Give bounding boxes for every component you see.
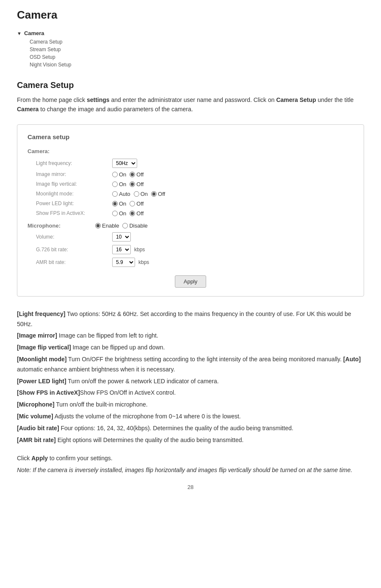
moonlight-on-label[interactable]: On [134, 191, 148, 197]
note-italic-text: Note: If the camera is inversely install… [17, 465, 364, 475]
light-frequency-label: Light frequency: [36, 160, 112, 166]
power-led-on-text: On [119, 201, 126, 207]
desc-if-bold: [Image flip vertical] [17, 344, 71, 351]
microphone-label: Microphone: [28, 223, 95, 229]
moonlight-auto-radio[interactable] [112, 191, 118, 197]
image-flip-off-radio[interactable] [130, 181, 135, 187]
microphone-controls: Enable Disable [95, 223, 148, 229]
image-flip-controls: On Off [112, 181, 144, 187]
moonlight-auto-label[interactable]: Auto [112, 191, 130, 197]
apply-row: Apply [28, 275, 353, 288]
show-fps-label: Show FPS in ActiveX: [36, 210, 112, 216]
desc-image-flip: [Image flip vertical] Image can be flipp… [17, 343, 364, 353]
sidebar-item-camera-setup[interactable]: Camera Setup [30, 39, 364, 45]
page-number: 28 [17, 484, 364, 490]
microphone-enable-label[interactable]: Enable [95, 223, 119, 229]
click-apply-text: Click Apply to confirm your settings. [17, 453, 364, 464]
image-mirror-on-radio[interactable] [112, 172, 118, 177]
show-fps-on-text: On [119, 210, 126, 217]
power-led-controls: On Off [112, 201, 144, 207]
power-led-row: Power LED light: On Off [28, 201, 353, 207]
desc-im-text: Image can be flipped from left to right. [57, 332, 158, 339]
intro-part1: From the home page click [17, 96, 87, 103]
microphone-section: Microphone: Enable Disable Volume: 10 01… [28, 223, 353, 267]
sidebar-nav: ▼ Camera Camera Setup Stream Setup OSD S… [17, 30, 364, 68]
sidebar-parent: ▼ Camera [17, 30, 364, 36]
amr-select[interactable]: 5.94.755.156.7 7.47.9510.212.2 [112, 258, 135, 267]
desc-ab-text: Four options: 16, 24, 32, 40(kbps). Dete… [59, 425, 293, 431]
sidebar-item-osd-setup[interactable]: OSD Setup [30, 54, 364, 60]
amr-label: AMR bit rate: [36, 259, 112, 265]
power-led-label: Power LED light: [36, 201, 112, 206]
intro-bold3: Camera [17, 106, 39, 113]
desc-sf-bold: [Show FPS in ActiveX] [17, 389, 80, 396]
microphone-enable-text: Enable [102, 223, 119, 229]
power-led-off-label[interactable]: Off [130, 201, 144, 207]
image-mirror-controls: On Off [112, 171, 144, 178]
image-mirror-on-label[interactable]: On [112, 171, 126, 178]
image-mirror-off-radio[interactable] [130, 172, 135, 177]
desc-lf-text: Two options: 50Hz & 60Hz. Set according … [17, 310, 351, 327]
desc-mic-bold: [Microphone] [17, 401, 55, 408]
power-led-off-radio[interactable] [130, 201, 135, 206]
light-frequency-controls: 50Hz 60Hz [112, 159, 137, 168]
g726-label: G.726 bit rate: [36, 247, 112, 253]
desc-moonlight: [Moonlight mode] Turn On/OFF the brightn… [17, 354, 364, 375]
show-fps-off-radio[interactable] [130, 211, 135, 216]
moonlight-on-radio[interactable] [134, 191, 139, 197]
sidebar-parent-label: Camera [24, 30, 44, 36]
microphone-disable-label[interactable]: Disable [122, 223, 147, 229]
light-frequency-select[interactable]: 50Hz 60Hz [112, 159, 137, 168]
power-led-on-radio[interactable] [112, 201, 118, 206]
desc-mv-text: Adjusts the volume of the microphone fro… [53, 413, 241, 420]
image-flip-off-label[interactable]: Off [130, 181, 144, 187]
image-mirror-row: Image mirror: On Off [28, 171, 353, 178]
volume-row: Volume: 10 0123 4567 891112 1314 [28, 232, 353, 242]
desc-ml-text: Turn On/OFF the brightness setting accor… [17, 356, 361, 373]
page-title: Camera [17, 8, 364, 22]
note-section: Click Apply to confirm your settings. No… [17, 453, 364, 475]
desc-pl-bold: [Power LED light] [17, 378, 66, 385]
power-led-on-label[interactable]: On [112, 201, 126, 207]
microphone-disable-radio[interactable] [122, 223, 128, 228]
image-flip-row: Image flip vertical: On Off [28, 181, 353, 187]
volume-select[interactable]: 10 0123 4567 891112 1314 [112, 232, 131, 242]
show-fps-off-text: Off [136, 210, 144, 217]
moonlight-auto-text: Auto [119, 191, 130, 197]
microphone-enable-radio[interactable] [95, 223, 101, 228]
image-mirror-off-label[interactable]: Off [130, 171, 144, 178]
moonlight-off-label[interactable]: Off [151, 191, 165, 197]
desc-microphone: [Microphone] Turn on/off the built-in mi… [17, 400, 364, 410]
desc-ml-bold: [Moonlight mode] [17, 356, 66, 363]
show-fps-on-label[interactable]: On [112, 210, 126, 217]
g726-select[interactable]: 16243240 [112, 245, 131, 254]
show-fps-off-label[interactable]: Off [130, 210, 144, 217]
desc-im-bold: [Image mirror] [17, 332, 57, 339]
click-apply-bold: Apply [31, 455, 48, 462]
moonlight-controls: Auto On Off [112, 191, 165, 197]
show-fps-controls: On Off [112, 210, 144, 217]
desc-image-mirror: [Image mirror] Image can be flipped from… [17, 331, 364, 341]
intro-paragraph: From the home page click settings and en… [17, 95, 364, 114]
image-flip-on-radio[interactable] [112, 181, 118, 187]
sidebar-item-stream-setup[interactable]: Stream Setup [30, 47, 364, 52]
intro-part3: under the title [316, 96, 354, 103]
desc-amr-bitrate: [AMR bit rate] Eight options will Determ… [17, 435, 364, 445]
image-flip-on-text: On [119, 181, 126, 187]
camera-section-label: Camera: [28, 148, 353, 154]
g726-controls: 16243240 kbps [112, 245, 145, 254]
arrow-icon: ▼ [17, 31, 22, 36]
moonlight-label: Moonlight mode: [36, 191, 112, 197]
moonlight-off-radio[interactable] [151, 191, 157, 197]
image-flip-on-label[interactable]: On [112, 181, 126, 187]
moonlight-off-text: Off [158, 191, 165, 197]
power-led-off-text: Off [136, 201, 144, 207]
image-flip-off-text: Off [136, 181, 144, 187]
desc-show-fps: [Show FPS in ActiveX]Show FPS On/Off in … [17, 388, 364, 398]
sidebar-item-night-vision-setup[interactable]: Night Vision Setup [30, 62, 364, 68]
moonlight-row: Moonlight mode: Auto On Off [28, 191, 353, 197]
show-fps-on-radio[interactable] [112, 211, 118, 216]
g726-unit: kbps [134, 247, 145, 253]
apply-button[interactable]: Apply [175, 275, 207, 288]
desc-lf-bold: [Light frequency] [17, 310, 65, 317]
